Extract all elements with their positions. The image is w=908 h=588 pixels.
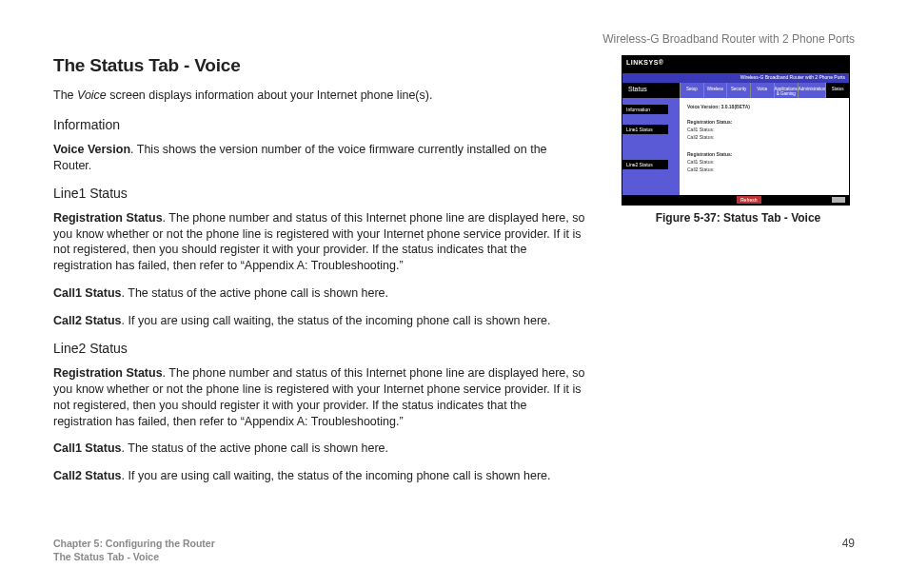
call2-status-label: Call2 Status — [53, 314, 122, 327]
ss-header-row: Status Setup Wireless Security Voice App… — [622, 83, 849, 98]
call2-status-text: . If you are using call waiting, the sta… — [122, 314, 551, 327]
registration-status-label-2: Registration Status — [53, 366, 163, 380]
para-line1-call2: Call2 Status. If you are using call wait… — [53, 313, 586, 329]
ss-call2-2: Call2 Status: — [687, 167, 849, 172]
intro-post: screen displays information about your I… — [107, 88, 433, 102]
heading-line2-status: Line2 Status — [53, 341, 586, 356]
ss-tab-active: Status — [825, 83, 849, 98]
ss-tab: Security — [726, 83, 750, 98]
para-line2-call2: Call2 Status. If you are using call wait… — [53, 468, 586, 484]
voice-version-label: Voice Version — [53, 143, 130, 156]
ss-content-panel: Voice Version: 3.0.18(BETA) Registration… — [680, 98, 849, 195]
para-line2-registration: Registration Status. The phone number an… — [53, 365, 586, 430]
ss-left-column: Information Line1 Status Line2 Status — [622, 98, 680, 195]
call1-status-text-2: . The status of the active phone call is… — [122, 441, 389, 455]
call2-status-label-2: Call2 Status — [53, 469, 122, 482]
ss-tab: Wireless — [703, 83, 727, 98]
ss-reg-status-2: Registration Status: — [687, 151, 849, 157]
call1-status-label-2: Call1 Status — [53, 441, 122, 455]
page-footer: Chapter 5: Configuring the Router The St… — [53, 537, 855, 563]
ss-status-label: Status — [622, 83, 680, 98]
ss-tab: Administration — [798, 83, 826, 98]
para-line1-call1: Call1 Status. The status of the active p… — [53, 285, 586, 302]
para-line1-registration: Registration Status. The phone number an… — [53, 210, 586, 275]
figure-sidebar: LINKSYS® Wireless-G Broadband Router wit… — [622, 55, 855, 225]
ss-tabs: Setup Wireless Security Voice Applicatio… — [680, 83, 849, 98]
header-product-name: Wireless-G Broadband Router with 2 Phone… — [602, 32, 855, 46]
ss-left-label: Line1 Status — [622, 125, 668, 134]
main-content: The Status Tab - Voice The Voice screen … — [53, 55, 586, 484]
call2-status-text-2: . If you are using call waiting, the sta… — [122, 469, 551, 482]
para-voice-version: Voice Version. This shows the version nu… — [53, 142, 586, 174]
ss-voice-version: Voice Version: 3.0.18(BETA) — [687, 104, 849, 109]
ss-titlebar: Wireless-G Broadband Router with 2 Phone… — [622, 73, 849, 83]
footer-section: The Status Tab - Voice — [53, 550, 855, 563]
ss-bottom-bar: Refresh — [622, 195, 849, 205]
ss-reg-status-1: Registration Status: — [687, 119, 849, 125]
router-admin-screenshot: LINKSYS® Wireless-G Broadband Router wit… — [622, 55, 850, 206]
heading-information: Information — [53, 117, 586, 132]
call1-status-label: Call1 Status — [53, 286, 122, 300]
page-title: The Status Tab - Voice — [53, 55, 586, 76]
heading-line1-status: Line1 Status — [53, 186, 586, 201]
call1-status-text: . The status of the active phone call is… — [122, 286, 389, 300]
intro-pre: The — [53, 88, 77, 102]
intro-italic: Voice — [77, 88, 107, 102]
ss-call2-1: Call2 Status: — [687, 134, 849, 140]
figure-caption: Figure 5-37: Status Tab - Voice — [622, 211, 855, 225]
ss-call1-2: Call1 Status: — [687, 159, 849, 165]
ss-tab: Applications & Gaming — [774, 83, 798, 98]
ss-refresh-button: Refresh — [737, 196, 761, 204]
ss-left-label: Line2 Status — [622, 160, 668, 169]
ss-tab: Voice — [750, 83, 774, 98]
ss-call1-1: Call1 Status: — [687, 127, 849, 132]
page-number: 49 — [842, 537, 855, 550]
ss-brand: LINKSYS® — [622, 56, 849, 73]
intro-paragraph: The Voice screen displays information ab… — [53, 88, 586, 104]
ss-left-label: Information — [622, 105, 668, 114]
cisco-logo-icon — [832, 197, 845, 203]
footer-chapter: Chapter 5: Configuring the Router — [53, 537, 855, 550]
registration-status-label: Registration Status — [53, 211, 163, 225]
para-line2-call1: Call1 Status. The status of the active p… — [53, 441, 586, 457]
ss-tab: Setup — [680, 83, 703, 98]
